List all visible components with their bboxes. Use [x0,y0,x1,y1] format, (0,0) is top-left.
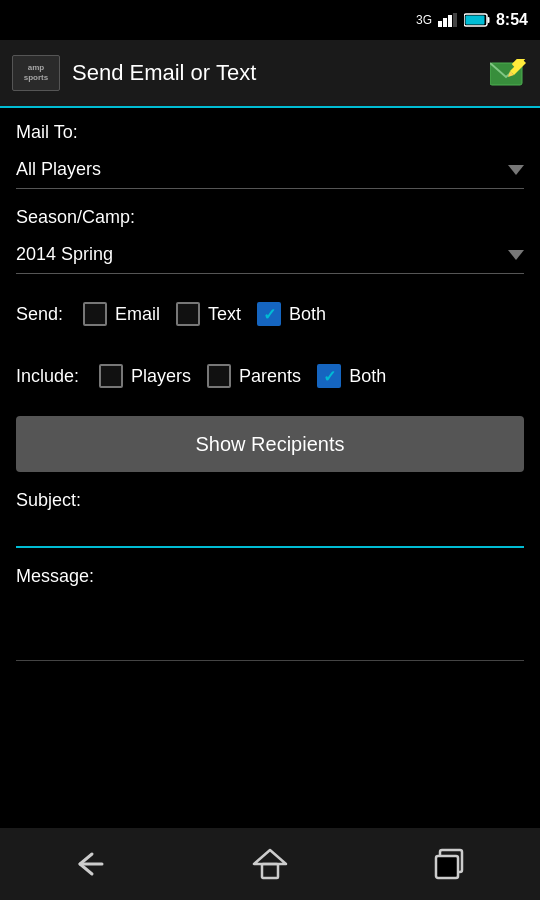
home-button[interactable] [230,840,310,888]
season-camp-dropdown[interactable]: 2014 Spring [16,236,524,274]
show-recipients-button[interactable]: Show Recipients [16,416,524,472]
send-label: Send: [16,304,63,325]
home-icon [252,848,288,880]
svg-rect-3 [453,13,457,27]
include-label: Include: [16,366,79,387]
back-icon [72,850,108,878]
logo-text: amp sports [24,63,48,82]
season-camp-value: 2014 Spring [16,244,113,265]
status-icons: 3G 8:54 [416,11,528,29]
send-both-label: Both [289,304,326,325]
include-parents-checkbox[interactable] [207,364,231,388]
send-text-label: Text [208,304,241,325]
season-camp-arrow-icon [508,250,524,260]
send-group: Send: Email Text Both [16,292,524,336]
svg-rect-0 [438,21,442,27]
message-label: Message: [16,566,524,587]
recents-button[interactable] [410,840,490,888]
recents-icon [434,848,466,880]
send-both-item[interactable]: Both [257,302,326,326]
send-email-label: Email [115,304,160,325]
include-both-item[interactable]: Both [317,364,386,388]
mail-to-value: All Players [16,159,101,180]
signal-bars-icon [438,13,458,27]
time-display: 8:54 [496,11,528,29]
header-email-action[interactable] [488,55,528,91]
status-bar: 3G 8:54 [0,0,540,40]
mail-to-arrow-icon [508,165,524,175]
season-camp-group: Season/Camp: 2014 Spring [16,207,524,274]
content-area: Mail To: All Players Season/Camp: 2014 S… [0,108,540,697]
message-input[interactable] [16,595,524,661]
include-options-row: Include: Players Parents Both [16,354,524,398]
svg-rect-13 [262,864,278,878]
mail-to-label: Mail To: [16,122,524,143]
header-left: amp sports Send Email or Text [12,55,256,91]
include-players-item[interactable]: Players [99,364,191,388]
bottom-navigation [0,828,540,900]
page-title: Send Email or Text [72,60,256,86]
message-group: Message: [16,566,524,665]
send-text-item[interactable]: Text [176,302,241,326]
include-players-checkbox[interactable] [99,364,123,388]
include-group: Include: Players Parents Both [16,354,524,398]
subject-input[interactable] [16,517,524,548]
include-both-label: Both [349,366,386,387]
season-camp-label: Season/Camp: [16,207,524,228]
app-logo: amp sports [12,55,60,91]
send-options-row: Send: Email Text Both [16,292,524,336]
svg-rect-1 [443,18,447,27]
send-both-checkbox[interactable] [257,302,281,326]
include-parents-item[interactable]: Parents [207,364,301,388]
signal-icon: 3G [416,13,432,27]
mail-to-group: Mail To: All Players [16,122,524,189]
show-recipients-label: Show Recipients [196,433,345,456]
app-header: amp sports Send Email or Text [0,40,540,108]
svg-rect-2 [448,15,452,27]
back-button[interactable] [50,840,130,888]
include-parents-label: Parents [239,366,301,387]
send-email-item[interactable]: Email [83,302,160,326]
battery-icon [464,13,490,27]
mail-to-dropdown[interactable]: All Players [16,151,524,189]
subject-group: Subject: [16,490,524,548]
send-text-checkbox[interactable] [176,302,200,326]
svg-rect-6 [465,16,484,25]
svg-rect-5 [487,17,489,23]
include-both-checkbox[interactable] [317,364,341,388]
send-email-checkbox[interactable] [83,302,107,326]
svg-rect-15 [436,856,458,878]
compose-email-icon [490,59,526,87]
include-players-label: Players [131,366,191,387]
svg-marker-12 [254,850,286,864]
subject-label: Subject: [16,490,524,511]
